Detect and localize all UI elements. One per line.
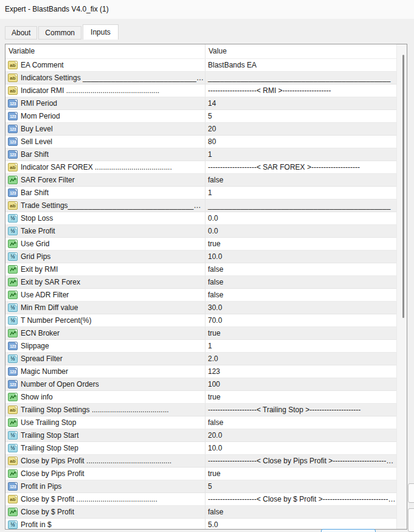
value-cell[interactable]: 10.0 [205,442,396,454]
variable-label: Profit in Pips [21,482,205,491]
table-row[interactable]: ½ Take Profit 0.0 [5,225,396,238]
value-cell[interactable]: 0.0 [205,212,396,224]
value-cell[interactable]: 0.0 [205,225,396,237]
value-cell[interactable]: --------------------< RMI >-------------… [205,85,396,97]
table-row[interactable]: ½ Stop Loss 0.0 [5,212,396,225]
table-row[interactable]: 123 Number of Open Orders 100 [5,378,396,391]
table-row[interactable]: ab Close by Pips Profit ................… [5,455,396,468]
tab-about[interactable]: About [5,26,37,40]
value-cell[interactable]: 5.0 [205,519,396,530]
vertical-scrollbar[interactable] [396,44,407,529]
integer-type-icon: 123 [8,125,18,133]
table-row[interactable]: ab Close by $ Profit ...................… [5,493,396,506]
table-row[interactable]: Close by $ Profit false [5,506,396,519]
value-cell[interactable]: 1 [205,340,396,352]
value-cell[interactable]: --------------------< Close by $ Profit … [205,493,396,505]
table-row[interactable]: ab Trade Settings_______________________… [5,199,396,212]
value-cell[interactable]: 100 [205,378,396,390]
table-row[interactable]: ½ Grid Pips 10.0 [5,250,396,263]
string-type-icon: ab [8,86,18,95]
table-row[interactable]: 123 Buy Level 20 [5,123,396,136]
table-row[interactable]: ½ Min Rm Diff value 30.0 [5,302,396,314]
boolean-type-icon [8,418,18,427]
side-button-partial[interactable] [408,483,414,503]
column-header-value[interactable]: Value [205,44,407,58]
tab-common[interactable]: Common [38,26,81,40]
table-row[interactable]: 123 Mom Period 5 [5,110,396,123]
table-row[interactable]: Show info true [5,391,396,404]
value-cell[interactable]: 20 [205,123,396,135]
table-row[interactable]: ab Trailing Stop Settings ..............… [5,404,396,416]
table-row[interactable]: ½ Trailing Stop Start 20.0 [5,429,396,442]
value-cell[interactable]: 5 [205,480,396,492]
value-cell[interactable]: 10.0 [205,250,396,263]
variable-cell: ½ Stop Loss [5,212,205,224]
table-row[interactable]: Use Trailing Stop false [5,416,396,429]
value-cell[interactable]: 70.0 [205,314,396,326]
variable-label: Show info [21,393,205,401]
variable-cell: 123 Buy Level [5,123,205,135]
value-cell[interactable]: --------------------< Trailing Stop >---… [205,404,396,416]
value-cell[interactable]: 14 [205,97,396,109]
table-row[interactable]: 123 Profit in Pips 5 [5,480,396,493]
table-row[interactable]: ECN Broker true [5,327,396,340]
table-row[interactable]: ab Indicator SAR FOREX .................… [5,161,396,174]
table-row[interactable]: SAR Forex Filter false [5,174,396,187]
table-row[interactable]: Use Grid true [5,238,396,250]
value-cell[interactable]: 2.0 [205,353,396,365]
table-row[interactable]: 123 Bar Shift 1 [5,148,396,161]
table-row[interactable]: 123 RMI Period 14 [5,97,396,110]
value-cell[interactable]: 1 [205,187,396,199]
double-type-icon: ½ [8,227,18,235]
value-cell[interactable]: false [205,276,396,288]
string-type-icon: ab [8,61,18,69]
ok-button-partial[interactable] [321,529,376,532]
table-row[interactable]: ½ Trailing Stop Step 10.0 [5,442,396,455]
tab-inputs[interactable]: Inputs [83,24,119,40]
side-button-partial[interactable] [408,508,414,532]
value-cell[interactable]: false [205,263,396,275]
value-cell[interactable]: false [205,416,396,429]
value-cell[interactable]: 123 [205,365,396,378]
value-cell[interactable]: 5 [205,110,396,122]
table-row[interactable]: 123 Slippage 1 [5,340,396,353]
value-cell[interactable]: true [205,391,396,403]
value-cell[interactable]: 80 [205,136,396,148]
value-cell[interactable]: false [205,506,396,518]
value-cell[interactable]: BlastBands EA [205,59,396,71]
variable-label: SAR Forex Filter [21,176,205,184]
table-row[interactable]: Exit by SAR Forex false [5,276,396,289]
value-cell[interactable]: 20.0 [205,429,396,441]
value-cell[interactable]: true [205,327,396,339]
table-row[interactable]: ½ Profit in $ 5.0 [5,519,396,530]
value-cell[interactable]: --------------------< SAR FOREX >-------… [205,161,396,173]
value-cell[interactable]: true [205,468,396,480]
table-row[interactable]: 123 Sell Level 80 [5,136,396,148]
value-cell[interactable]: false [205,289,396,301]
table-row[interactable]: 123 Bar Shift 1 [5,187,396,199]
tab-bar: About Common Inputs [5,24,120,40]
value-cell[interactable]: ________________________________________… [205,199,396,212]
variable-cell: ab Indicator RMI .......................… [5,85,205,97]
value-cell[interactable]: true [205,238,396,250]
table-row[interactable]: Close by Pips Profit true [5,468,396,480]
table-row[interactable]: Exit by RMI false [5,263,396,276]
variable-label: Bar Shift [21,150,205,159]
variable-cell: ½ Trailing Stop Start [5,429,205,441]
value-cell[interactable]: ________________________________________… [205,72,396,84]
value-cell[interactable]: 1 [205,148,396,161]
table-row[interactable]: ½ T Number Percent(%) 70.0 [5,314,396,327]
value-cell[interactable]: false [205,174,396,186]
table-row[interactable]: ab EA Comment BlastBands EA [5,59,396,72]
table-row[interactable]: Use ADR Filter false [5,289,396,302]
table-row[interactable]: ab Indicators Settings _________________… [5,72,396,85]
value-cell[interactable]: 30.0 [205,302,396,314]
value-cell[interactable]: --------------------< Close by Pips Prof… [205,455,396,467]
table-row[interactable]: 123 Magic Number 123 [5,365,396,378]
boolean-type-icon [8,508,18,516]
table-row[interactable]: ab Indicator RMI .......................… [5,85,396,97]
scrollbar-thumb[interactable] [402,55,404,318]
table-row[interactable]: ½ Spread Filter 2.0 [5,353,396,365]
column-header-variable[interactable]: Variable [5,44,205,58]
variable-label: Magic Number [21,367,205,376]
